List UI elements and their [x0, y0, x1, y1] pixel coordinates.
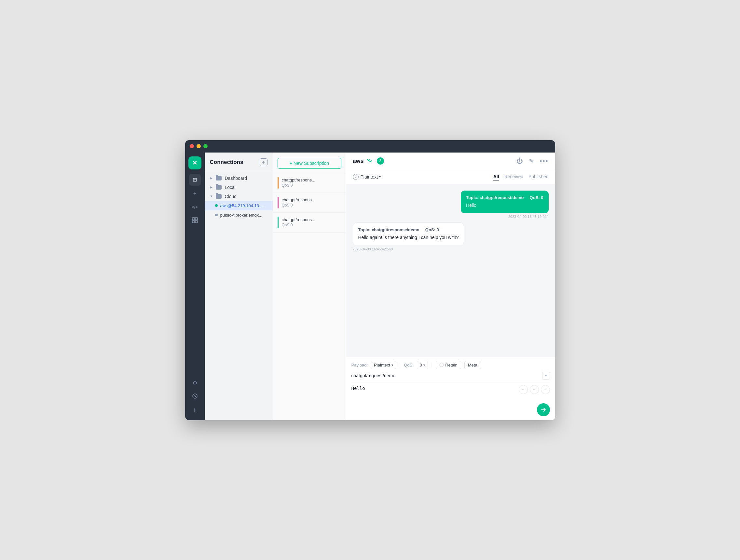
traffic-lights: [190, 144, 208, 148]
message-panel-header: aws 2 ⏻ ✎ •••: [346, 152, 555, 170]
connection-tree: ▶ Dashboard ▶ Local ▼ Cloud: [205, 171, 273, 222]
subscription-info: chatgpt/respons... QoS 0: [282, 197, 341, 208]
connection-public-label: public@broker.emqx...: [220, 213, 263, 218]
connection-item-aws[interactable]: aws@54.219.104.13:...: [205, 201, 273, 210]
received-meta: Topic: chatgpt/response/demo QoS: 0: [358, 227, 459, 232]
message-input[interactable]: Hello: [352, 385, 519, 399]
sent-time: 2023-04-09 16:45:19:924: [508, 215, 549, 219]
chevron-down-icon: ▾: [391, 363, 393, 367]
qos-value: 0: [420, 363, 422, 367]
divider: |: [431, 362, 433, 368]
subscriptions-panel: + New Subscription chatgpt/respons... Qo…: [273, 152, 346, 420]
power-button[interactable]: ⏻: [517, 157, 523, 165]
schema-icon: [192, 217, 198, 224]
help-label: ?: [354, 175, 356, 179]
app-window: ✕ ⊞ + </>: [185, 140, 555, 420]
status-offline-dot: [215, 214, 218, 216]
group-cloud-label: Cloud: [225, 194, 237, 199]
subscription-info: chatgpt/respons... QoS 0: [282, 178, 341, 188]
minimize-button[interactable]: [197, 144, 201, 148]
tab-published[interactable]: Published: [529, 173, 549, 181]
chevron-right-icon: ▶: [210, 176, 213, 180]
payload-type-value: Plaintext: [374, 363, 390, 367]
subscription-color-bar: [278, 177, 279, 189]
compose-topic-row: ▾: [352, 372, 550, 382]
sidebar-item-code[interactable]: </>: [189, 201, 201, 213]
list-item[interactable]: chatgpt/respons... QoS 0: [273, 173, 346, 193]
header-right: ⏻ ✎ •••: [517, 157, 548, 165]
received-time: 2023-04-09 16:45:42:560: [353, 247, 393, 251]
nav-back-button[interactable]: ←: [519, 385, 528, 394]
subscription-topic: chatgpt/respons...: [282, 178, 341, 183]
connections-title: Connections: [210, 159, 244, 165]
nav-minus-button[interactable]: −: [530, 385, 539, 394]
received-bubble: Topic: chatgpt/response/demo QoS: 0 Hell…: [353, 222, 464, 246]
compose-actions: ← − →: [519, 385, 550, 394]
retain-label: Retain: [445, 363, 458, 367]
nav-forward-button[interactable]: →: [541, 385, 550, 394]
close-button[interactable]: [190, 144, 194, 148]
message-filter-tabs: All Received Published: [493, 173, 549, 181]
connection-item-public[interactable]: public@broker.emqx...: [205, 210, 273, 220]
retain-radio: [439, 363, 444, 367]
sidebar-item-schema[interactable]: [189, 215, 201, 227]
sidebar-item-info[interactable]: ℹ: [189, 405, 201, 416]
collapse-button[interactable]: ▾: [542, 372, 550, 379]
list-item[interactable]: chatgpt/respons... QoS 0: [273, 213, 346, 232]
sent-bubble: Topic: chatgpt/request/demo QoS: 0 Hello: [461, 191, 548, 213]
tab-received[interactable]: Received: [504, 173, 523, 181]
received-body: Hello again! Is there anything I can hel…: [358, 234, 459, 241]
connections-icon: ⊞: [193, 177, 197, 183]
subscription-qos: QoS 0: [282, 223, 341, 227]
send-row: [352, 403, 550, 416]
qos-label: QoS:: [404, 363, 413, 367]
connection-status-icon: [367, 158, 374, 164]
tree-group-cloud[interactable]: ▼ Cloud: [205, 192, 273, 201]
sidebar-item-log[interactable]: [189, 391, 201, 403]
divider: |: [399, 362, 400, 368]
send-button[interactable]: [537, 403, 550, 416]
messages-area: Topic: chatgpt/request/demo QoS: 0 Hello…: [346, 184, 555, 357]
chevron-down-icon: ▾: [545, 373, 547, 377]
meta-button[interactable]: Meta: [464, 361, 481, 369]
help-icon[interactable]: ?: [353, 174, 359, 180]
header-left: aws 2: [353, 157, 384, 164]
log-icon: [192, 393, 198, 400]
new-subscription-button[interactable]: + New Subscription: [278, 158, 341, 169]
connection-aws-label: aws@54.219.104.13:...: [220, 203, 264, 208]
meta-label: Meta: [468, 363, 477, 367]
tree-group-dashboard[interactable]: ▶ Dashboard: [205, 174, 273, 183]
payload-type-dropdown[interactable]: Plaintext ▾: [361, 174, 381, 180]
tree-group-local[interactable]: ▶ Local: [205, 183, 273, 192]
topic-input[interactable]: [352, 373, 542, 378]
main-layout: ✕ ⊞ + </>: [185, 152, 555, 420]
message-panel: aws 2 ⏻ ✎ •••: [346, 152, 555, 420]
add-connection-button[interactable]: +: [260, 158, 268, 166]
status-online-dot: [215, 204, 218, 207]
folder-icon: [216, 185, 221, 190]
subscription-topic: chatgpt/respons...: [282, 197, 341, 202]
compose-options-row: Payload: Plaintext ▾ | QoS: 0 ▾ | Retain: [352, 361, 550, 369]
more-options-button[interactable]: •••: [540, 157, 548, 165]
list-item[interactable]: chatgpt/respons... QoS 0: [273, 193, 346, 213]
compose-qos[interactable]: 0 ▾: [417, 361, 428, 369]
compose-payload-type[interactable]: Plaintext ▾: [371, 361, 396, 369]
group-local-label: Local: [225, 185, 236, 190]
edit-button[interactable]: ✎: [529, 157, 534, 164]
maximize-button[interactable]: [203, 144, 208, 148]
add-icon: +: [193, 191, 196, 197]
sidebar-item-connections[interactable]: ⊞: [189, 174, 201, 186]
settings-icon: ⚙: [193, 380, 197, 386]
sent-meta: Topic: chatgpt/request/demo QoS: 0: [466, 195, 543, 200]
retain-toggle[interactable]: Retain: [436, 361, 461, 369]
connections-panel: Connections + ▶ Dashboard ▶ Local: [205, 152, 273, 420]
sidebar-item-settings[interactable]: ⚙: [189, 377, 201, 389]
subscription-color-bar: [278, 217, 279, 228]
tab-all[interactable]: All: [493, 173, 499, 181]
info-icon: ℹ: [194, 408, 196, 413]
payload-type-label: Plaintext: [361, 174, 378, 180]
chevron-down-icon: ▾: [379, 175, 381, 179]
sidebar-item-add[interactable]: +: [189, 188, 201, 199]
code-icon: </>: [192, 205, 198, 209]
svg-rect-1: [195, 218, 197, 220]
